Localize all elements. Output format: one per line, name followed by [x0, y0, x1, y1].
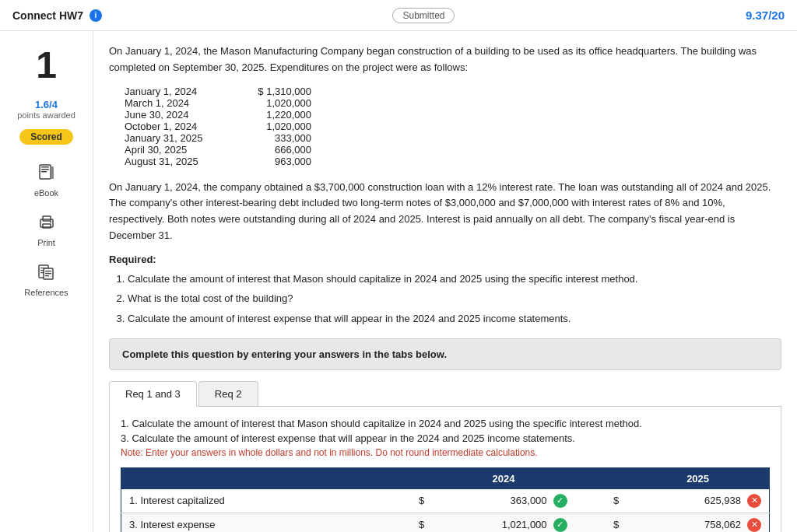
complete-box: Complete this question by entering your … — [109, 338, 781, 370]
exp-row-5: April 30, 2025 666,000 — [125, 144, 781, 156]
sidebar-tool-references[interactable]: References — [24, 260, 68, 297]
complete-box-text: Complete this question by entering your … — [122, 348, 447, 360]
svg-rect-7 — [43, 224, 51, 228]
svg-rect-2 — [41, 169, 49, 170]
table-header-2024: 2024 — [381, 467, 627, 489]
points-awarded: 1.6/4 — [35, 99, 58, 110]
exp-amount-6: 963,000 — [233, 156, 311, 167]
points-label: points awarded — [17, 110, 75, 120]
scored-badge: Scored — [19, 129, 73, 145]
score-display: 9.37/20 — [746, 9, 785, 22]
svg-rect-4 — [51, 166, 54, 179]
exp-amount-1: 1,020,000 — [233, 97, 311, 109]
requirements-list: Calculate the amount of interest that Ma… — [109, 270, 781, 327]
question-number: 1 — [36, 44, 57, 86]
header: Connect HW7 i Submitted 9.37/20 — [0, 0, 797, 31]
problem-paragraph2: On January 1, 2024, the company obtained… — [109, 180, 781, 244]
ebook-label: eBook — [34, 188, 58, 198]
row1-value-2024: 363,000 ✓ — [432, 489, 574, 513]
answer-desc-2: 3. Calculate the amount of interest expe… — [121, 432, 770, 444]
exp-date-3: October 1, 2024 — [125, 121, 218, 132]
main-layout: 1 1.6/4 points awarded Scored eBook — [0, 31, 797, 532]
required-section: Required: Calculate the amount of intere… — [109, 254, 781, 327]
exp-date-0: January 1, 2024 — [125, 86, 218, 97]
row1-status-2025-icon: ✕ — [747, 494, 761, 508]
answer-table: 2024 2025 1. Interest capitalized $ 363,… — [121, 467, 770, 532]
sidebar-tool-print[interactable]: Print — [34, 210, 59, 247]
problem-intro: On January 1, 2024, the Mason Manufactur… — [109, 44, 781, 76]
exp-amount-5: 666,000 — [233, 144, 311, 156]
required-label: Required: — [109, 254, 781, 265]
req-item-1: Calculate the amount of interest that Ma… — [128, 270, 781, 288]
print-label: Print — [37, 238, 55, 247]
tab-req1and3[interactable]: Req 1 and 3 — [109, 381, 197, 407]
row2-status-2024-icon: ✓ — [553, 518, 567, 532]
svg-rect-3 — [41, 171, 47, 173]
answer-desc-1: 1. Calculate the amount of interest that… — [121, 418, 770, 429]
status-badge: Submitted — [392, 8, 455, 23]
ebook-icon — [34, 160, 59, 185]
exp-amount-4: 333,000 — [233, 132, 311, 144]
exp-row-0: January 1, 2024 $ 1,310,000 — [125, 86, 781, 97]
header-left: Connect HW7 i — [12, 9, 102, 22]
exp-row-3: October 1, 2024 1,020,000 — [125, 121, 781, 132]
row1-value-2025: 625,938 ✕ — [627, 489, 769, 513]
tabs-bar: Req 1 and 3 Req 2 — [109, 381, 781, 407]
row1-dollar-2025: $ — [575, 489, 627, 513]
row2-dollar-2024: $ — [381, 513, 433, 532]
svg-rect-1 — [41, 166, 49, 168]
exp-date-2: June 30, 2024 — [125, 109, 218, 121]
svg-point-8 — [50, 222, 51, 223]
sidebar: 1 1.6/4 points awarded Scored eBook — [0, 31, 93, 532]
exp-row-6: August 31, 2025 963,000 — [125, 156, 781, 167]
exp-date-1: March 1, 2024 — [125, 97, 218, 109]
row1-dollar-2024: $ — [381, 489, 433, 513]
expenditures-table: January 1, 2024 $ 1,310,000 March 1, 202… — [125, 86, 781, 167]
exp-date-4: January 31, 2025 — [125, 132, 218, 144]
row2-value-2024: 1,021,000 ✓ — [432, 513, 574, 532]
row2-dollar-2025: $ — [575, 513, 627, 532]
exp-row-2: June 30, 2024 1,220,000 — [125, 109, 781, 121]
page-title: Connect HW7 — [12, 9, 83, 22]
info-icon[interactable]: i — [90, 9, 102, 22]
sidebar-tool-ebook[interactable]: eBook — [34, 160, 59, 198]
table-row-1: 1. Interest capitalized $ 363,000 ✓ $ 62… — [121, 489, 770, 513]
exp-date-6: August 31, 2025 — [125, 156, 218, 167]
row2-label: 3. Interest expense — [121, 513, 381, 532]
exp-amount-0: $ 1,310,000 — [233, 86, 311, 97]
references-label: References — [24, 288, 68, 297]
exp-row-4: January 31, 2025 333,000 — [125, 132, 781, 144]
exp-amount-2: 1,220,000 — [233, 109, 311, 121]
exp-date-5: April 30, 2025 — [125, 144, 218, 156]
svg-rect-14 — [45, 271, 51, 271]
table-header-label — [121, 467, 381, 489]
print-icon — [34, 210, 59, 235]
answer-note: Note: Enter your answers in whole dollar… — [121, 447, 770, 458]
svg-rect-6 — [43, 216, 51, 221]
svg-rect-16 — [45, 275, 49, 276]
row1-label: 1. Interest capitalized — [121, 489, 381, 513]
references-icon — [33, 260, 58, 285]
exp-amount-3: 1,020,000 — [233, 121, 311, 132]
row2-status-2025-icon: ✕ — [747, 518, 761, 532]
table-row-2: 3. Interest expense $ 1,021,000 ✓ $ 758,… — [121, 513, 770, 532]
req-item-3: Calculate the amount of interest expense… — [128, 310, 781, 327]
exp-row-1: March 1, 2024 1,020,000 — [125, 97, 781, 109]
svg-rect-15 — [45, 273, 51, 274]
table-header-2025: 2025 — [627, 467, 769, 489]
content-area: On January 1, 2024, the Mason Manufactur… — [93, 31, 797, 532]
tab-req2[interactable]: Req 2 — [198, 381, 258, 406]
answer-area: 1. Calculate the amount of interest that… — [109, 407, 781, 532]
req-item-2: What is the total cost of the building? — [128, 289, 781, 307]
row2-value-2025: 758,062 ✕ — [627, 513, 769, 532]
row1-status-2024-icon: ✓ — [553, 494, 567, 508]
